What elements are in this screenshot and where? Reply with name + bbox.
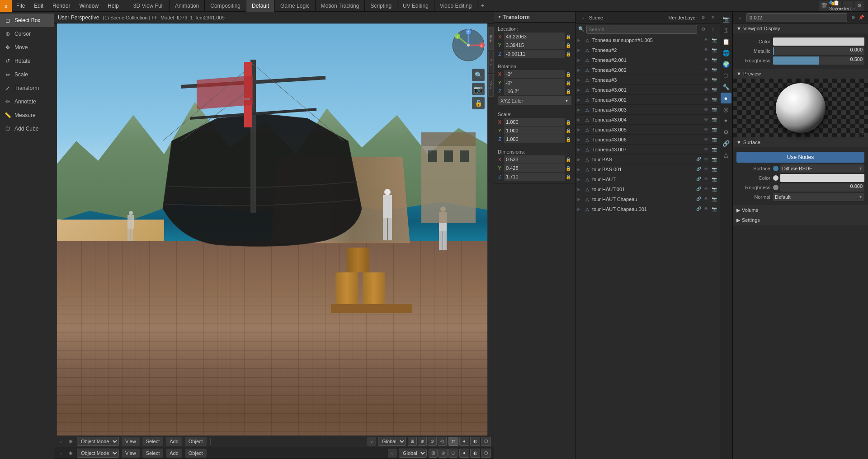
tool-scale[interactable]: ⇔ Scale — [0, 68, 54, 81]
outliner-item[interactable]: ▶△tour HAUT Chapeau🔗👁📷 — [576, 194, 720, 204]
location-y-lock[interactable]: 🔒 — [565, 42, 571, 48]
rotation-z-lock[interactable]: 🔒 — [565, 88, 571, 94]
render-vis-icon[interactable]: 📷 — [711, 156, 718, 163]
visibility-icon[interactable]: 👁 — [703, 176, 710, 183]
outliner-search-input[interactable] — [586, 25, 697, 34]
viewport-config-btn-1[interactable]: ◉ — [67, 438, 74, 445]
tab-compositing[interactable]: Compositing — [205, 0, 246, 12]
outliner-item[interactable]: ▶△Tonneau#3.001👁📷 — [576, 85, 720, 95]
props-particles-icon[interactable]: ✦ — [721, 115, 731, 126]
scale-y-lock[interactable]: 🔒 — [565, 127, 571, 134]
render-vis-icon[interactable]: 📷 — [711, 136, 718, 143]
render-vis-icon[interactable]: 📷 — [711, 196, 718, 203]
solid-shade-btn-1[interactable]: ◻ — [448, 437, 458, 446]
visibility-icon[interactable]: 👁 — [703, 96, 710, 103]
constraint-icon[interactable]: 🔗 — [695, 196, 702, 202]
proportional-btn-2[interactable]: ⊙ — [448, 449, 458, 458]
outliner-item[interactable]: ▶△Tonneau#3.003👁📷 — [576, 105, 720, 115]
tool-add-cube[interactable]: ⬡ Add Cube — [0, 122, 54, 136]
menu-window[interactable]: Window — [75, 0, 103, 12]
tool-select-box[interactable]: ◻ Select Box — [0, 14, 54, 27]
props-physics-icon[interactable]: ⚙ — [721, 126, 731, 137]
constraint-icon[interactable]: 🔗 — [695, 166, 702, 172]
settings-header[interactable]: ▶ Settings — [733, 215, 868, 225]
select-menu-btn-2[interactable]: Select — [142, 449, 164, 458]
view-menu-btn-1[interactable]: View — [122, 437, 140, 446]
outliner-item[interactable]: ▶△Tonneau#2.002👁📷 — [576, 65, 720, 75]
rotation-x-field[interactable]: -0° — [504, 70, 565, 78]
tab-game-logic[interactable]: Game Logic — [275, 0, 316, 12]
tab-3dview-full[interactable]: 3D View Full — [128, 0, 170, 12]
outliner-filter-btn[interactable]: ⚙ — [699, 25, 707, 33]
props-modifiers-icon[interactable]: 🔧 — [721, 81, 731, 92]
add-menu-btn-1[interactable]: Add — [166, 437, 182, 446]
snap-btn-2[interactable]: ⊕ — [439, 449, 448, 458]
outliner-item[interactable]: ▶△Tonneau#3👁📷 — [576, 75, 720, 85]
visibility-icon[interactable]: 👁 — [703, 136, 710, 143]
props-object-icon[interactable]: ⬡ — [721, 70, 731, 81]
tool-measure[interactable]: 📏 Measure — [0, 108, 54, 122]
n-panel-tool[interactable]: Tool — [488, 51, 494, 73]
scale-z-field[interactable]: 1.000 — [504, 135, 565, 143]
render-vis-icon[interactable]: 📷 — [711, 166, 718, 173]
render-vis-icon[interactable]: 📷 — [711, 56, 718, 64]
roughness-field[interactable]: 0.500 — [773, 56, 864, 65]
n-panel-item[interactable]: Item — [488, 27, 494, 50]
outliner-item[interactable]: ▶△Tonneau#2.001👁📷 — [576, 55, 720, 65]
props-search-input[interactable]: 0.002 — [746, 13, 847, 22]
3d-viewport[interactable]: X Y Z 🔍 📷 — [54, 23, 494, 459]
render-vis-icon[interactable]: 📷 — [711, 206, 718, 213]
render-vis-icon[interactable]: 📷 — [711, 96, 718, 103]
location-z-field[interactable]: -0.00111 — [504, 50, 565, 58]
render-vis-icon[interactable]: 📷 — [711, 76, 718, 84]
visibility-icon[interactable]: 👁 — [703, 86, 710, 94]
object-mode-select-1[interactable]: Object Mode — [77, 437, 119, 446]
render-vis-icon[interactable]: 📷 — [711, 86, 718, 94]
props-world-icon[interactable]: 🌍 — [721, 59, 731, 70]
props-render-icon[interactable]: 📷 — [721, 14, 731, 24]
dim-y-field[interactable]: 0.428 — [504, 164, 565, 172]
color-field[interactable] — [773, 37, 864, 46]
dim-z-lock[interactable]: 🔒 — [565, 173, 571, 180]
snap-btn-1[interactable]: ⊕ — [418, 437, 427, 446]
surface-bsdf-select[interactable]: Diffuse BSDF ▼ — [780, 164, 864, 173]
scale-z-lock[interactable]: 🔒 — [565, 136, 571, 142]
viewport-icon-1[interactable]: ⬦ — [367, 437, 376, 446]
constraint-icon[interactable]: 🔗 — [695, 206, 702, 212]
props-material-icon[interactable]: ● — [721, 93, 731, 103]
props-scene-icon[interactable]: 🌐 — [721, 47, 731, 58]
scale-x-field[interactable]: 1.000 — [504, 118, 565, 126]
view-lock-btn[interactable]: 🔒 — [472, 97, 485, 109]
volume-header[interactable]: ▶ Volume — [733, 205, 868, 215]
dim-x-lock[interactable]: 🔒 — [565, 156, 571, 163]
euler-mode-select[interactable]: XYZ Euler ▼ — [498, 96, 571, 105]
visibility-icon[interactable]: 👁 — [703, 206, 710, 213]
filter-icon[interactable]: ⚙ — [854, 1, 864, 11]
outliner-item[interactable]: ▶△tour HAUT Chapeau.001🔗👁📷 — [576, 204, 720, 214]
object-mode-select-2[interactable]: Object Mode — [77, 449, 119, 458]
visibility-icon[interactable]: 👁 — [703, 186, 710, 193]
outliner-item[interactable]: ▶△tour BAS.001🔗👁📷 — [576, 164, 720, 174]
location-y-field[interactable]: 3.39415 — [504, 41, 565, 49]
visibility-icon[interactable]: 👁 — [703, 116, 710, 123]
add-menu-btn-2[interactable]: Add — [166, 449, 182, 458]
render-vis-icon[interactable]: 📷 — [711, 146, 718, 153]
visibility-icon[interactable]: 👁 — [703, 126, 710, 133]
render-vis-icon[interactable]: 📷 — [711, 116, 718, 123]
dim-z-field[interactable]: 1.710 — [504, 173, 565, 181]
tab-default[interactable]: Default — [246, 0, 275, 12]
object-menu-btn-1[interactable]: Object — [185, 437, 207, 446]
props-view-layer-icon[interactable]: 📋 — [721, 36, 731, 47]
rotation-x-lock[interactable]: 🔒 — [565, 71, 571, 77]
visibility-icon[interactable]: 👁 — [703, 66, 710, 74]
tab-animation[interactable]: Animation — [170, 0, 205, 12]
render-vis-icon[interactable]: 📷 — [711, 126, 718, 133]
material-shade-btn-1[interactable]: ◐ — [470, 437, 480, 446]
visibility-icon[interactable]: 👁 — [703, 196, 710, 203]
rotation-y-field[interactable]: -0° — [504, 79, 565, 87]
global-select-1[interactable]: Global — [378, 437, 406, 446]
n-panel-edge[interactable]: Item Tool View — [487, 23, 494, 459]
visibility-icon[interactable]: 👁 — [703, 146, 710, 153]
render-vis-icon[interactable]: 📷 — [711, 47, 718, 54]
menu-help[interactable]: Help — [103, 0, 123, 12]
